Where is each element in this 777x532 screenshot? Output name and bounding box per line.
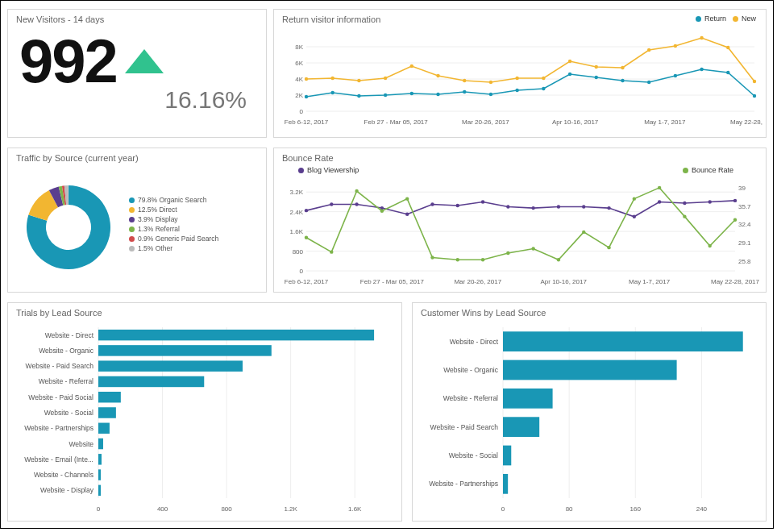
svg-text:Website - Paid Search: Website - Paid Search: [26, 362, 94, 370]
svg-text:240: 240: [696, 505, 708, 513]
svg-point-33: [753, 94, 756, 98]
svg-point-108: [733, 218, 737, 222]
svg-point-90: [733, 199, 737, 202]
svg-point-107: [708, 244, 712, 247]
svg-text:May 1-7, 2017: May 1-7, 2017: [629, 278, 671, 285]
svg-text:800: 800: [293, 248, 304, 256]
svg-text:May 1-7, 2017: May 1-7, 2017: [644, 118, 686, 126]
svg-point-87: [658, 200, 661, 203]
svg-text:Website - Paid Search: Website - Paid Search: [430, 423, 499, 431]
svg-point-22: [463, 90, 466, 94]
svg-rect-127: [98, 392, 121, 402]
svg-point-46: [621, 66, 624, 69]
svg-text:39: 39: [738, 185, 746, 192]
svg-text:6K: 6K: [295, 60, 303, 67]
donut-legend-item: 1.5% Other: [129, 244, 218, 252]
kpi-value: 992: [19, 26, 117, 96]
svg-rect-125: [98, 376, 204, 387]
svg-text:Website - Referral: Website - Referral: [443, 394, 498, 402]
svg-point-48: [674, 44, 677, 48]
svg-text:1.6K: 1.6K: [348, 505, 362, 513]
br-chart: 08001.6K2.4K3.2K25.829.132.435.739Feb 6-…: [279, 172, 762, 289]
svg-point-45: [595, 65, 598, 69]
svg-point-49: [700, 36, 703, 39]
svg-point-29: [647, 81, 650, 84]
svg-point-79: [456, 204, 459, 207]
br-legend-r: Bounce Rate: [683, 166, 733, 174]
donut-legend: 79.8% Organic Search12.5% Direct3.9% Dis…: [129, 196, 218, 254]
svg-text:Website - Partnerships: Website - Partnerships: [24, 424, 93, 432]
svg-text:2K: 2K: [295, 92, 303, 99]
svg-point-73: [305, 209, 308, 212]
wins-title: Customer Wins by Lead Source: [421, 308, 766, 318]
svg-rect-159: [503, 474, 508, 494]
svg-text:25.8: 25.8: [738, 258, 751, 265]
svg-text:32.4: 32.4: [738, 221, 751, 228]
svg-text:Mar 20-26, 2017: Mar 20-26, 2017: [462, 118, 509, 126]
svg-point-26: [568, 73, 571, 76]
svg-point-103: [607, 246, 610, 249]
kpi-pct: 16.16%: [164, 86, 247, 113]
svg-point-91: [305, 236, 308, 239]
svg-point-83: [557, 205, 560, 208]
br-legend-bounce: Bounce Rate: [692, 166, 733, 174]
svg-point-81: [506, 205, 509, 208]
svg-point-16: [305, 95, 308, 98]
donut-legend-item: 0.9% Generic Paid Search: [129, 235, 218, 243]
svg-point-101: [557, 258, 560, 261]
svg-rect-123: [98, 360, 243, 371]
svg-text:Feb 6-12, 2017: Feb 6-12, 2017: [285, 118, 329, 126]
rv-title: Return visitor information: [282, 15, 766, 24]
svg-rect-135: [98, 454, 102, 464]
svg-point-98: [481, 258, 484, 261]
svg-text:0: 0: [501, 505, 505, 513]
donut-legend-item: 3.9% Display: [129, 215, 218, 223]
svg-rect-157: [503, 446, 511, 466]
svg-point-102: [582, 231, 585, 234]
svg-point-75: [355, 202, 358, 206]
svg-point-39: [436, 74, 439, 77]
svg-text:1.6K: 1.6K: [290, 228, 304, 235]
svg-text:Website - Email (Inte...: Website - Email (Inte...: [24, 455, 93, 463]
rv-chart: 02K4K6K8KFeb 6-12, 2017Feb 27 - Mar 05, …: [279, 26, 762, 129]
svg-rect-119: [98, 330, 374, 340]
svg-text:Apr 10-16, 2017: Apr 10-16, 2017: [552, 118, 599, 126]
svg-text:Website - Direct: Website - Direct: [450, 338, 499, 346]
svg-point-86: [633, 215, 636, 218]
svg-point-80: [481, 200, 484, 203]
return-visitor-panel: Return visitor information Return New 02…: [273, 9, 767, 138]
wins-chart: 080160240Website - DirectWebsite - Organ…: [413, 319, 759, 516]
svg-text:Website - Social: Website - Social: [449, 451, 498, 459]
svg-point-34: [305, 77, 308, 81]
svg-point-88: [683, 202, 686, 205]
svg-text:Website: Website: [69, 440, 93, 448]
svg-point-50: [726, 46, 729, 49]
svg-point-47: [647, 48, 650, 52]
svg-text:0: 0: [300, 268, 304, 275]
svg-text:4K: 4K: [295, 76, 303, 83]
svg-point-32: [726, 71, 729, 74]
svg-rect-151: [503, 360, 677, 380]
svg-text:Website - Paid Social: Website - Paid Social: [28, 393, 93, 401]
svg-text:35.7: 35.7: [738, 203, 751, 210]
svg-point-36: [357, 79, 360, 82]
svg-text:29.1: 29.1: [738, 239, 751, 247]
br-title: Bounce Rate: [282, 153, 766, 163]
donut-legend-item: 1.3% Referral: [129, 225, 218, 233]
wins-panel: Customer Wins by Lead Source 080160240We…: [412, 302, 767, 522]
svg-rect-137: [98, 469, 101, 480]
svg-rect-133: [98, 438, 103, 449]
svg-text:400: 400: [157, 505, 168, 513]
svg-point-84: [582, 205, 585, 208]
svg-point-74: [330, 202, 333, 206]
svg-point-89: [708, 200, 712, 203]
svg-point-25: [542, 87, 545, 90]
svg-point-104: [633, 197, 636, 200]
svg-text:80: 80: [566, 505, 573, 513]
svg-point-51: [753, 80, 756, 83]
svg-point-100: [531, 247, 534, 250]
dashboard: New Visitors - 14 days 992 16.16% Return…: [0, 0, 774, 529]
svg-point-105: [658, 186, 661, 189]
svg-point-77: [405, 213, 409, 216]
svg-rect-131: [98, 423, 110, 434]
